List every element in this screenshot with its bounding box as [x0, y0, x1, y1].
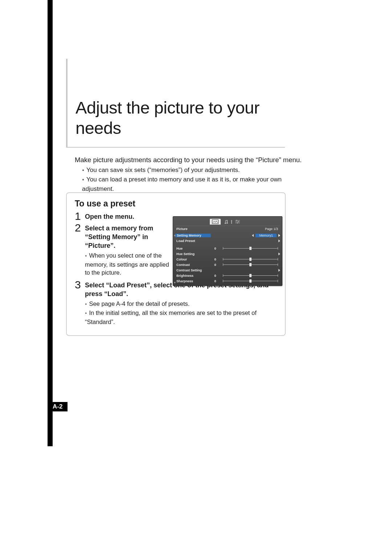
osd-row-contrast-setting[interactable]: Contrast Setting	[175, 267, 280, 273]
step-heading: Open the menu.	[85, 213, 134, 220]
intro-bullet: You can load a preset into memory and us…	[82, 175, 307, 193]
osd-row-label: Setting Memory	[175, 234, 211, 237]
page-title: Adjust the picture to your needs	[75, 98, 285, 138]
svg-rect-0	[212, 220, 219, 224]
osd-row-colour[interactable]: Colour 0	[175, 257, 280, 262]
svg-rect-2	[235, 222, 240, 222]
osd-row-label: Brightness	[175, 274, 210, 278]
osd-row-value: 0	[210, 258, 221, 261]
osd-row-label: Contrast Setting	[175, 268, 210, 272]
step-sub: In the initial setting, all the six memo…	[85, 309, 278, 326]
tool-icon	[230, 220, 233, 224]
title-box: Adjust the picture to your needs	[66, 59, 285, 148]
osd-tab-others[interactable]	[223, 219, 241, 225]
section-bar	[48, 0, 53, 446]
osd-slider[interactable]	[223, 275, 278, 276]
svg-rect-5	[238, 221, 239, 222]
intro-block: Make picture adjustments according to yo…	[75, 155, 307, 193]
osd-row-value: 0	[210, 247, 221, 250]
step-heading: Select a memory from “Setting Memory” in…	[85, 225, 153, 249]
card-title: To use a preset	[75, 199, 278, 209]
osd-row-setting-memory[interactable]: Setting Memory Memory1	[175, 233, 280, 238]
svg-rect-4	[236, 220, 237, 221]
osd-subheader: Picture Page 1/3	[175, 226, 280, 232]
osd-row-label: Colour	[175, 258, 210, 261]
osd-slider[interactable]	[223, 264, 278, 265]
step-number: 1	[75, 211, 85, 222]
osd-scroll-indicator: ▴▾	[173, 233, 176, 284]
step-number: 3	[75, 279, 85, 290]
step-3: 3 Select “Load Preset”, select one of th…	[75, 279, 278, 328]
chevron-left-icon[interactable]	[252, 234, 254, 237]
osd-row-hue-setting[interactable]: Hue Setting	[175, 251, 280, 257]
chevron-right-icon[interactable]	[278, 234, 280, 237]
osd-row-value: 0	[210, 279, 221, 283]
osd-slider[interactable]	[223, 248, 278, 249]
osd-slider[interactable]	[223, 281, 278, 281]
settings-icon	[235, 220, 240, 223]
osd-row-contrast[interactable]: Contrast 0	[175, 262, 280, 267]
osd-row-value: 0	[210, 274, 221, 278]
osd-row-brightness[interactable]: Brightness 0	[175, 273, 280, 278]
osd-rows: Setting Memory Memory1 Load Preset Hue 0	[175, 233, 280, 284]
osd-tab-picture[interactable]	[210, 219, 221, 225]
svg-rect-1	[235, 220, 240, 221]
picture-icon	[212, 219, 219, 224]
osd-row-value: 0	[210, 263, 221, 267]
osd-row-label: Load Preset	[175, 239, 210, 243]
chevron-right-icon[interactable]	[278, 269, 280, 272]
chevron-right-icon[interactable]	[278, 239, 280, 242]
osd-row-load-preset[interactable]: Load Preset	[175, 238, 280, 243]
osd-menu: Picture Page 1/3 ▴▾ Setting Memory Memor…	[173, 216, 282, 286]
osd-slider[interactable]	[223, 259, 278, 259]
svg-rect-6	[237, 222, 238, 223]
osd-tabs	[175, 218, 280, 226]
chevron-right-icon[interactable]	[278, 253, 280, 255]
osd-page-indicator: Page 1/3	[224, 227, 280, 231]
music-icon	[224, 220, 228, 224]
osd-row-label: Contrast	[175, 263, 210, 267]
intro-lead: Make picture adjustments according to yo…	[75, 155, 307, 164]
step-number: 2	[75, 222, 85, 233]
osd-row-label: Sharpness	[175, 279, 210, 283]
step-sub: See page A-4 for the detail of presets.	[85, 300, 278, 309]
osd-row-hue[interactable]: Hue 0	[175, 246, 280, 251]
osd-setting-memory-value: Memory1	[256, 234, 277, 237]
osd-row-label: Hue	[175, 247, 210, 250]
intro-bullet: You can save six sets (“memories”) of yo…	[82, 166, 307, 175]
osd-row-label: Hue Setting	[175, 252, 210, 256]
page-number: A-2	[48, 402, 68, 411]
osd-section-label: Picture	[175, 227, 224, 231]
osd-row-sharpness[interactable]: Sharpness 0	[175, 278, 280, 284]
step-sub: When you select one of the memory, its s…	[85, 251, 172, 276]
